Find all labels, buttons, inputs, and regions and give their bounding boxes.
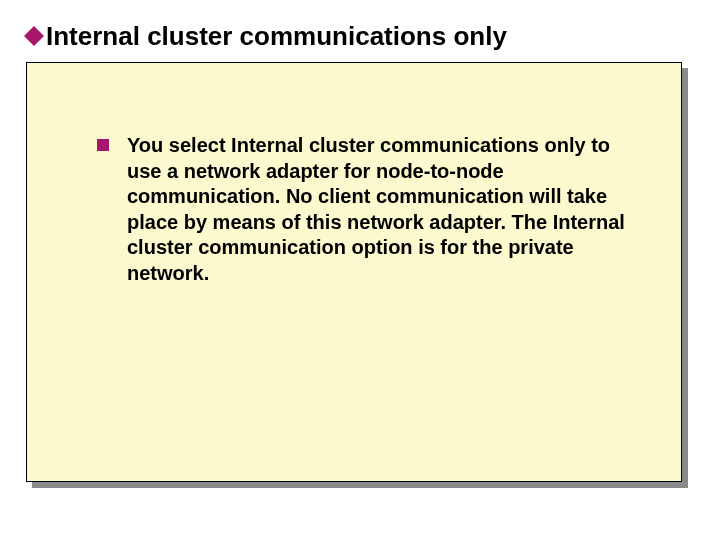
body-row: You select Internal cluster communicatio… <box>97 133 643 287</box>
content-box: You select Internal cluster communicatio… <box>26 62 682 482</box>
square-bullet-icon <box>97 139 109 151</box>
body-text: You select Internal cluster communicatio… <box>127 133 643 287</box>
slide: Internal cluster communications only You… <box>0 0 720 540</box>
svg-marker-0 <box>24 26 44 46</box>
slide-title: Internal cluster communications only <box>46 22 507 52</box>
diamond-bullet-icon <box>24 26 44 46</box>
slide-title-row: Internal cluster communications only <box>24 22 696 52</box>
